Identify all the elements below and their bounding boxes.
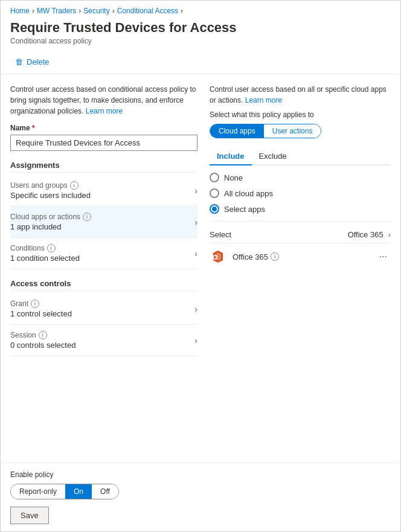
footer: Enable policy Report-only On Off Save xyxy=(1,463,400,531)
page-subtitle: Conditional access policy xyxy=(1,36,400,50)
applies-to-toggle: Cloud apps User actions xyxy=(210,124,321,138)
cloud-apps-info-icon: i xyxy=(83,213,91,221)
left-description: Control user access based on conditional… xyxy=(10,84,197,117)
toggle-off[interactable]: Off xyxy=(92,484,118,499)
users-groups-chevron: › xyxy=(194,186,197,196)
save-button[interactable]: Save xyxy=(10,507,49,524)
cloud-apps-value: 1 app included xyxy=(10,222,91,231)
toolbar: 🗑 Delete xyxy=(1,50,400,74)
users-groups-item[interactable]: Users and groups i Specific users includ… xyxy=(10,175,197,207)
office365-app-icon: O xyxy=(210,248,226,265)
breadcrumb-chevron-4: › xyxy=(181,7,183,15)
tab-include[interactable]: Include xyxy=(210,148,252,165)
enable-policy-label: Enable policy xyxy=(10,470,391,479)
cloud-apps-chevron: › xyxy=(194,217,197,227)
breadcrumb-chevron-2: › xyxy=(79,7,81,15)
radio-none-label: None xyxy=(224,173,243,182)
delete-button[interactable]: 🗑 Delete xyxy=(10,55,54,69)
grant-chevron: › xyxy=(194,304,197,314)
radio-group: None All cloud apps Select apps xyxy=(210,173,391,214)
app-name: Office 365 i xyxy=(233,252,370,261)
policy-toggle: Report-only On Off xyxy=(10,484,119,499)
delete-icon: 🗑 xyxy=(15,57,23,66)
right-panel: Control user access based on all or spec… xyxy=(210,84,391,453)
access-controls-title: Access controls xyxy=(10,279,197,291)
app-row: O Office 365 i ··· xyxy=(210,243,391,270)
delete-label: Delete xyxy=(27,57,50,66)
users-groups-value: Specific users included xyxy=(10,191,91,200)
conditions-value: 1 condition selected xyxy=(10,254,80,263)
left-panel: Control user access based on conditional… xyxy=(10,84,197,453)
name-label: Name * xyxy=(10,124,197,132)
grant-title: Grant xyxy=(10,300,28,308)
radio-all-label: All cloud apps xyxy=(224,189,273,198)
select-value: Office 365 xyxy=(348,230,383,239)
main-content: Control user access based on conditional… xyxy=(1,74,400,463)
breadcrumb-security[interactable]: Security xyxy=(83,7,109,15)
select-label: Select xyxy=(210,230,231,239)
right-learn-more[interactable]: Learn more xyxy=(245,96,282,104)
session-item[interactable]: Session i 0 controls selected › xyxy=(10,325,197,356)
session-value: 0 controls selected xyxy=(10,341,75,350)
policy-applies-label: Select what this policy applies to xyxy=(210,111,391,119)
breadcrumb-chevron-1: › xyxy=(32,7,34,15)
page-container: Home › MW Traders › Security › Condition… xyxy=(0,0,401,532)
grant-info-icon: i xyxy=(31,300,39,308)
session-title: Session xyxy=(10,331,36,339)
toggle-on[interactable]: On xyxy=(65,484,92,499)
radio-select-apps[interactable]: Select apps xyxy=(210,204,391,214)
conditions-item[interactable]: Conditions i 1 condition selected › xyxy=(10,238,197,269)
cloud-apps-title: Cloud apps or actions xyxy=(10,213,80,221)
conditions-chevron: › xyxy=(194,249,197,258)
breadcrumb-mwtraders[interactable]: MW Traders xyxy=(37,7,76,15)
breadcrumb: Home › MW Traders › Security › Condition… xyxy=(1,1,400,18)
tab-exclude[interactable]: Exclude xyxy=(252,148,294,165)
cloud-apps-item[interactable]: Cloud apps or actions i 1 app included › xyxy=(10,207,197,238)
toggle-report-only[interactable]: Report-only xyxy=(11,484,65,499)
select-row[interactable]: Select Office 365 › xyxy=(210,226,391,243)
policy-name-input[interactable] xyxy=(10,135,197,151)
users-groups-info-icon: i xyxy=(70,181,79,190)
radio-all-circle xyxy=(210,188,219,198)
required-mark: * xyxy=(30,124,35,132)
radio-all-cloud-apps[interactable]: All cloud apps xyxy=(210,188,391,198)
session-chevron: › xyxy=(194,336,197,345)
conditions-title: Conditions xyxy=(10,244,45,252)
assignments-title: Assignments xyxy=(10,161,197,173)
session-info-icon: i xyxy=(39,331,47,339)
app-ellipsis-button[interactable]: ··· xyxy=(376,250,391,263)
left-learn-more[interactable]: Learn more xyxy=(86,107,123,115)
radio-select-label: Select apps xyxy=(224,205,265,214)
users-groups-title: Users and groups xyxy=(10,181,68,190)
page-title: Require Trusted Devices for Access xyxy=(1,18,400,36)
breadcrumb-home[interactable]: Home xyxy=(10,7,30,15)
cloud-apps-toggle-option[interactable]: Cloud apps xyxy=(210,124,264,138)
right-description: Control user access based on all or spec… xyxy=(210,84,391,106)
grant-value: 1 control selected xyxy=(10,309,72,318)
user-actions-toggle-option[interactable]: User actions xyxy=(264,124,321,138)
app-info-icon: i xyxy=(271,252,279,261)
radio-none[interactable]: None xyxy=(210,173,391,182)
select-chevron: › xyxy=(388,230,391,239)
grant-item[interactable]: Grant i 1 control selected › xyxy=(10,293,197,325)
svg-text:O: O xyxy=(213,254,218,261)
breadcrumb-conditional-access[interactable]: Conditional Access xyxy=(117,7,178,15)
divider-1 xyxy=(210,221,391,222)
radio-none-circle xyxy=(210,173,219,182)
radio-select-circle xyxy=(210,204,219,214)
radio-select-dot xyxy=(212,207,217,211)
breadcrumb-chevron-3: › xyxy=(112,7,115,15)
conditions-info-icon: i xyxy=(47,244,56,252)
include-exclude-tabs: Include Exclude xyxy=(210,148,391,165)
